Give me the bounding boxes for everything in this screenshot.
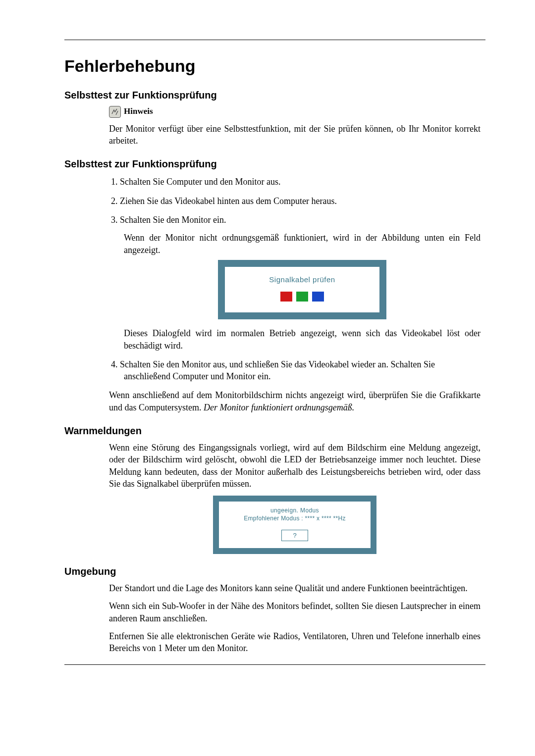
top-rule: [64, 40, 485, 40]
step-1: Schalten Sie Computer und den Monitor au…: [109, 176, 481, 188]
signal-dialog-text: Signalkabel prüfen: [230, 275, 374, 285]
section-heading-selftest-1: Selbsttest zur Funktionsprüfung: [64, 89, 485, 102]
section-heading-environment: Umgebung: [64, 565, 485, 578]
color-red-icon: [280, 292, 292, 302]
section-1-body: Hinweis Der Monitor verfügt über eine Se…: [109, 106, 481, 147]
env-p2: Wenn sich ein Sub-Woofer in der Nähe des…: [109, 600, 481, 624]
section-2-followup: Wenn anschließend auf dem Monitorbildsch…: [109, 389, 481, 413]
bottom-rule: [64, 664, 485, 665]
warn-line-2: Empfohlener Modus : **** x **** **Hz: [223, 514, 367, 522]
page-title: Fehlerbehebung: [64, 55, 485, 78]
section-4-body: Der Standort und die Lage des Monitors k…: [109, 582, 481, 654]
hint-body: Der Monitor verfügt über eine Selbsttest…: [109, 123, 481, 147]
step-3: Schalten Sie den Monitor ein. Wenn der M…: [109, 214, 481, 352]
section-2-body: Schalten Sie Computer und den Monitor au…: [109, 176, 481, 413]
hint-label: Hinweis: [124, 106, 153, 117]
question-button: ?: [281, 530, 308, 542]
env-p3: Entfernen Sie alle elektronischen Geräte…: [109, 630, 481, 655]
step-3-after: Dieses Dialogfeld wird im normalen Betri…: [124, 327, 481, 352]
color-squares: [230, 292, 374, 302]
env-p1: Der Standort und die Lage des Monitors k…: [109, 582, 481, 594]
step-2: Ziehen Sie das Videokabel hinten aus dem…: [109, 195, 481, 207]
signal-dialog-inner: Signalkabel prüfen: [225, 267, 379, 312]
section-3-body: Wenn eine Störung des Eingangssignals vo…: [109, 442, 481, 554]
step-1-text: Schalten Sie Computer und den Monitor au…: [120, 177, 280, 187]
unsupported-mode-inner: ungeeign. Modus Empfohlener Modus : ****…: [219, 502, 371, 548]
steps-list: Schalten Sie Computer und den Monitor au…: [109, 176, 481, 382]
step-4-text: Schalten Sie den Monitor aus, und schlie…: [120, 359, 435, 381]
section-heading-selftest-2: Selbsttest zur Funktionsprüfung: [64, 157, 485, 171]
warnings-body: Wenn eine Störung des Eingangssignals vo…: [109, 442, 481, 490]
unsupported-mode-dialog: ungeeign. Modus Empfohlener Modus : ****…: [213, 496, 376, 554]
followup-italic: Der Monitor funktioniert ordnungsgemäß.: [204, 403, 354, 412]
signal-check-dialog: Signalkabel prüfen: [218, 260, 386, 319]
hint-row: Hinweis: [109, 106, 481, 118]
color-green-icon: [296, 292, 308, 302]
color-blue-icon: [312, 292, 324, 302]
step-2-text: Ziehen Sie das Videokabel hinten aus dem…: [120, 196, 337, 206]
page: Fehlerbehebung Selbsttest zur Funktionsp…: [0, 0, 535, 756]
step-4: Schalten Sie den Monitor aus, und schlie…: [109, 358, 481, 383]
step-3-text: Schalten Sie den Monitor ein.: [120, 215, 226, 225]
note-icon: [109, 106, 121, 118]
step-3-note: Wenn der Monitor nicht ordnungsgemäß fun…: [124, 232, 481, 256]
warn-line-1: ungeeign. Modus: [223, 506, 367, 514]
section-heading-warnings: Warnmeldungen: [64, 424, 485, 438]
